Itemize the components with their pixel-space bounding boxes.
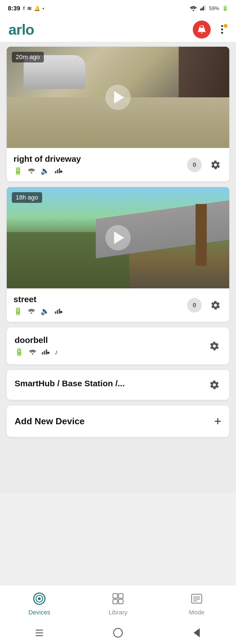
camera-info-driveway: right of driveway 🔋 🔈	[7, 148, 229, 181]
battery-icon: 🔋	[222, 5, 228, 12]
svg-rect-19	[44, 351, 45, 354]
svg-rect-15	[59, 309, 60, 314]
library-nav-icon	[110, 591, 126, 607]
signal-icon-driveway	[55, 167, 62, 175]
app-header: arlo !	[0, 17, 236, 42]
camera-thumbnail-driveway[interactable]: 20m ago	[7, 47, 229, 148]
svg-rect-26	[119, 594, 123, 598]
doorbell-name: doorbell	[15, 335, 207, 345]
svg-point-11	[60, 170, 62, 173]
smarthub-card: SmartHub / Base Station /...	[7, 370, 229, 400]
svg-point-7	[31, 172, 32, 174]
svg-rect-10	[59, 168, 60, 173]
status-time: 8:39	[8, 5, 20, 12]
svg-point-21	[47, 352, 49, 354]
svg-point-16	[60, 311, 62, 313]
android-nav-bar	[0, 621, 236, 644]
signal-icon-street	[55, 307, 62, 316]
signal-arrows-icon: ≋	[27, 5, 32, 12]
settings-button-street[interactable]	[208, 298, 223, 312]
nav-label-mode: Mode	[189, 609, 204, 616]
svg-rect-28	[119, 599, 123, 604]
arlo-logo: arlo	[8, 21, 34, 38]
camera-info-street: street 🔋 🔈	[7, 288, 229, 322]
speaker-icon-driveway: 🔈	[40, 167, 49, 175]
wifi-status-icon-driveway	[28, 167, 35, 175]
wifi-status-icon-street	[28, 307, 35, 316]
play-button-street[interactable]	[105, 225, 131, 250]
camera-name-street: street	[13, 295, 187, 304]
camera-card-driveway: 20m ago right of driveway 🔋 🔈	[7, 47, 229, 181]
camera-thumbnail-street[interactable]: 18h ago	[7, 187, 229, 288]
notification-count-street: 0	[187, 298, 202, 313]
svg-rect-14	[57, 310, 58, 314]
svg-point-12	[31, 313, 32, 314]
svg-point-0	[192, 10, 194, 11]
play-button-driveway[interactable]	[105, 85, 131, 110]
svg-rect-8	[55, 171, 56, 173]
settings-button-smarthub[interactable]	[207, 378, 221, 392]
svg-point-17	[32, 353, 33, 355]
battery-status-icon-driveway: 🔋	[13, 167, 22, 175]
svg-rect-3	[203, 6, 204, 10]
settings-button-driveway[interactable]	[208, 158, 223, 172]
smarthub-name: SmartHub / Base Station /...	[15, 379, 207, 388]
signal-icon	[200, 5, 206, 12]
svg-rect-27	[113, 599, 117, 604]
timestamp-driveway: 20m ago	[12, 52, 44, 62]
svg-rect-5	[204, 5, 205, 10]
speaker-icon-street: 🔈	[40, 307, 49, 316]
bottom-nav: Devices Library Mode	[0, 585, 236, 621]
music-icon-doorbell: ♪	[55, 348, 58, 356]
svg-text:!: !	[201, 28, 202, 32]
svg-rect-25	[113, 594, 117, 598]
battery-percentage: 59%	[209, 6, 219, 12]
svg-point-24	[38, 597, 41, 600]
svg-rect-9	[57, 170, 58, 173]
notification-count-driveway: 0	[187, 158, 202, 172]
mode-nav-icon	[189, 591, 205, 607]
status-bar: 8:39 f ≋ 🔔 • 59% 🔋	[0, 0, 236, 17]
wifi-icon-doorbell	[29, 348, 37, 356]
svg-rect-2	[201, 8, 203, 10]
add-device-card[interactable]: Add New Device +	[7, 405, 229, 437]
timestamp-street: 18h ago	[12, 192, 42, 203]
nav-item-devices[interactable]: Devices	[0, 591, 79, 616]
nav-label-library: Library	[108, 609, 127, 616]
add-device-label: Add New Device	[15, 416, 85, 427]
svg-rect-13	[55, 311, 56, 314]
add-icon: +	[214, 415, 221, 427]
nav-item-mode[interactable]: Mode	[157, 591, 236, 616]
more-options-button[interactable]	[216, 24, 228, 35]
nav-label-devices: Devices	[28, 609, 50, 616]
notification-icon: 🔔	[34, 5, 40, 12]
battery-status-icon-street: 🔋	[13, 307, 22, 316]
camera-card-street: 18h ago street 🔋 🔈	[7, 187, 229, 322]
main-content: 20m ago right of driveway 🔋 🔈	[0, 42, 236, 493]
android-home-button[interactable]	[111, 626, 125, 640]
dot-icon: •	[42, 6, 44, 12]
doorbell-card: doorbell 🔋	[7, 327, 229, 364]
settings-button-doorbell[interactable]	[207, 339, 221, 353]
devices-nav-icon	[31, 591, 47, 607]
android-back-button[interactable]	[190, 626, 204, 640]
svg-rect-20	[46, 349, 47, 354]
wifi-icon	[189, 5, 197, 12]
svg-rect-1	[200, 9, 201, 10]
battery-icon-doorbell: 🔋	[15, 348, 24, 356]
alert-button[interactable]: !	[193, 21, 211, 39]
android-menu-button[interactable]	[32, 626, 46, 640]
camera-name-driveway: right of driveway	[13, 154, 187, 164]
facebook-icon: f	[23, 6, 25, 12]
svg-rect-18	[42, 352, 43, 354]
signal-icon-doorbell	[42, 348, 49, 356]
nav-item-library[interactable]: Library	[79, 591, 157, 616]
